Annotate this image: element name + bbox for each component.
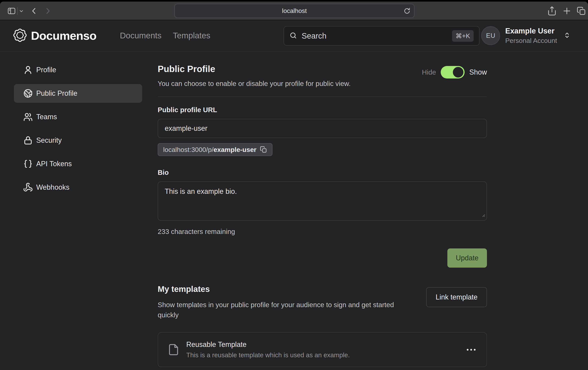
sidebar-item-security[interactable]: Security bbox=[14, 131, 142, 150]
preview-url-slug: example-user bbox=[213, 146, 256, 153]
profile-url-value: example-user bbox=[165, 124, 207, 133]
characters-remaining: 233 characters remaining bbox=[158, 228, 487, 236]
bio-value: This is an example bio. bbox=[165, 187, 237, 195]
template-title: Reusable Template bbox=[186, 340, 350, 349]
address-bar[interactable]: localhost bbox=[174, 4, 414, 18]
settings-content: Public Profile You can choose to enable … bbox=[158, 51, 487, 367]
profile-visibility-toggle[interactable] bbox=[441, 66, 465, 79]
chevron-down-icon[interactable] bbox=[19, 9, 24, 14]
braces-icon bbox=[23, 159, 33, 169]
main-nav: Documents Templates bbox=[120, 20, 210, 51]
bio-label: Bio bbox=[158, 169, 487, 176]
sidebar-item-teams[interactable]: Teams bbox=[14, 107, 142, 126]
sidebar-item-webhooks[interactable]: Webhooks bbox=[14, 178, 142, 197]
page-description: You can choose to enable or disable your… bbox=[158, 80, 351, 88]
preview-url-prefix: localhost:3000/p/ bbox=[163, 146, 213, 153]
user-icon bbox=[23, 65, 33, 75]
sidebar-item-api-tokens[interactable]: API Tokens bbox=[14, 154, 142, 173]
browser-window: localhost bbox=[0, 1, 588, 370]
settings-sidebar: Profile Public Profile Teams bbox=[14, 61, 142, 367]
search-placeholder: Search bbox=[302, 31, 326, 40]
toggle-show-label: Show bbox=[469, 68, 487, 76]
chevrons-up-down-icon bbox=[563, 31, 571, 40]
profile-url-input[interactable]: example-user bbox=[158, 119, 487, 138]
tabs-icon[interactable] bbox=[577, 6, 586, 16]
webhook-icon bbox=[23, 183, 33, 192]
reload-icon[interactable] bbox=[403, 7, 411, 15]
users-icon bbox=[23, 112, 33, 122]
file-icon bbox=[168, 344, 180, 356]
search-icon bbox=[290, 32, 297, 40]
template-list-item[interactable]: Reusable Template This is a reusable tem… bbox=[158, 332, 487, 367]
lock-icon bbox=[23, 135, 33, 145]
my-templates-title: My templates bbox=[158, 284, 414, 294]
sidebar-item-public-profile[interactable]: Public Profile bbox=[14, 84, 142, 103]
nav-documents[interactable]: Documents bbox=[120, 31, 161, 40]
profile-url-label: Public profile URL bbox=[158, 106, 487, 114]
my-templates-description: Show templates in your public profile fo… bbox=[158, 300, 414, 320]
forward-button[interactable] bbox=[43, 7, 52, 15]
sidebar-toggle-icon[interactable] bbox=[7, 6, 16, 15]
copy-icon[interactable] bbox=[260, 146, 267, 153]
user-name: Example User bbox=[505, 27, 557, 35]
template-description: This is a reusable template which is use… bbox=[186, 351, 350, 359]
avatar: EU bbox=[481, 26, 500, 45]
resize-handle-icon[interactable] bbox=[480, 211, 485, 219]
nav-templates[interactable]: Templates bbox=[173, 31, 210, 40]
user-account-type: Personal Account bbox=[505, 37, 557, 44]
globe-icon bbox=[23, 89, 33, 98]
plus-icon[interactable] bbox=[562, 6, 572, 16]
app-logo[interactable]: Documenso bbox=[12, 20, 96, 51]
back-button[interactable] bbox=[30, 7, 38, 15]
update-button[interactable]: Update bbox=[447, 248, 487, 267]
bio-textarea[interactable]: This is an example bio. bbox=[158, 182, 487, 221]
brand-wordmark: Documenso bbox=[31, 29, 96, 42]
documenso-rosette-icon bbox=[12, 27, 28, 44]
app-header: Documenso Documents Templates Search ⌘+K… bbox=[0, 20, 588, 51]
toggle-hide-label: Hide bbox=[422, 68, 436, 76]
section-divider bbox=[158, 96, 487, 97]
profile-url-preview-chip[interactable]: localhost:3000/p/example-user bbox=[158, 143, 273, 156]
sidebar-item-profile[interactable]: Profile bbox=[14, 61, 142, 79]
ellipsis-icon[interactable] bbox=[467, 349, 476, 351]
share-icon[interactable] bbox=[547, 6, 557, 16]
search-input[interactable]: Search ⌘+K bbox=[284, 26, 480, 46]
link-template-button[interactable]: Link template bbox=[426, 287, 487, 307]
search-shortcut-badge: ⌘+K bbox=[452, 30, 474, 42]
toggle-knob bbox=[453, 67, 463, 78]
user-menu[interactable]: EU Example User Personal Account bbox=[481, 20, 571, 51]
browser-toolbar: localhost bbox=[0, 1, 588, 20]
address-bar-url: localhost bbox=[282, 7, 307, 14]
page-title: Public Profile bbox=[158, 64, 351, 74]
toolbar-divider bbox=[17, 7, 18, 15]
